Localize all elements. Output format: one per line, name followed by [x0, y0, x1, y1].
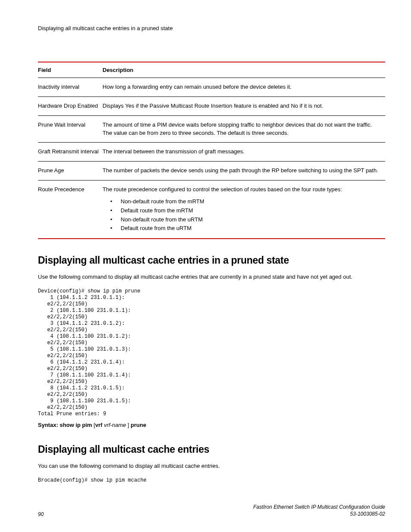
- table-row: Prune Age The number of packets the devi…: [38, 162, 385, 180]
- code-block-prune: Device(config)# show ip pim prune 1 (104…: [38, 288, 385, 417]
- table-row: Graft Retransmit interval The interval b…: [38, 143, 385, 162]
- table-row: Inactivity interval How long a forwardin…: [38, 78, 385, 97]
- syntax-prefix: Syntax: show ip pim: [38, 422, 92, 428]
- list-item: Default route from the uRTM: [110, 224, 382, 233]
- syntax-vrf-name: vrf-name: [103, 422, 128, 428]
- footer-doc-rev: 53-1003085-02: [253, 510, 385, 517]
- section-heading-pruned: Displaying all multicast cache entries i…: [38, 255, 385, 266]
- description-text: The route precedence configured to contr…: [103, 186, 342, 193]
- description-cell: The route precedence configured to contr…: [103, 180, 385, 239]
- section-intro: You can use the following command to dis…: [38, 462, 385, 470]
- table-header-field: Field: [38, 62, 103, 78]
- running-header: Displaying all multicast cache entries i…: [38, 25, 385, 31]
- page-number: 90: [38, 511, 44, 517]
- description-cell: The number of packets the device sends u…: [103, 162, 385, 180]
- syntax-suffix: prune: [131, 422, 146, 428]
- list-item: Default route from the mRTM: [110, 206, 382, 215]
- footer-doc-title: FastIron Ethernet Switch IP Multicast Co…: [253, 504, 385, 510]
- description-cell: The interval between the transmission of…: [103, 143, 385, 162]
- field-cell: Hardware Drop Enabled: [38, 96, 103, 115]
- list-item: Non-default route from the uRTM: [110, 215, 382, 224]
- field-cell: Prune Age: [38, 162, 103, 180]
- field-cell: Prune Wait Interval: [38, 115, 103, 143]
- section-intro: Use the following command to display all…: [38, 273, 385, 281]
- section-heading-all: Displaying all multicast cache entries: [38, 444, 385, 455]
- field-cell: Inactivity interval: [38, 78, 103, 97]
- syntax-bracket-open: [: [92, 422, 95, 428]
- table-header-description: Description: [103, 62, 385, 78]
- description-cell: How long a forwarding entry can remain u…: [103, 78, 385, 97]
- description-cell: The amount of time a PIM device waits be…: [103, 115, 385, 143]
- syntax-vrf-keyword: vrf: [95, 422, 103, 428]
- list-item: Non-default route from the mRTM: [110, 197, 382, 206]
- syntax-line: Syntax: show ip pim [vrf vrf-name ] prun…: [38, 422, 385, 428]
- table-row: Prune Wait Interval The amount of time a…: [38, 115, 385, 143]
- field-cell: Graft Retransmit interval: [38, 143, 103, 162]
- table-row: Route Precedence The route precedence co…: [38, 180, 385, 239]
- table-row: Hardware Drop Enabled Displays Yes if th…: [38, 96, 385, 115]
- page-footer: 90 FastIron Ethernet Switch IP Multicast…: [38, 504, 385, 517]
- route-types-list: Non-default route from the mRTM Default …: [110, 197, 382, 233]
- field-description-table: Field Description Inactivity interval Ho…: [38, 62, 385, 239]
- field-cell: Route Precedence: [38, 180, 103, 239]
- code-block-mcache: Brocade(config)# show ip pim mcache: [38, 477, 385, 484]
- description-cell: Displays Yes if the Passive Multicast Ro…: [103, 96, 385, 115]
